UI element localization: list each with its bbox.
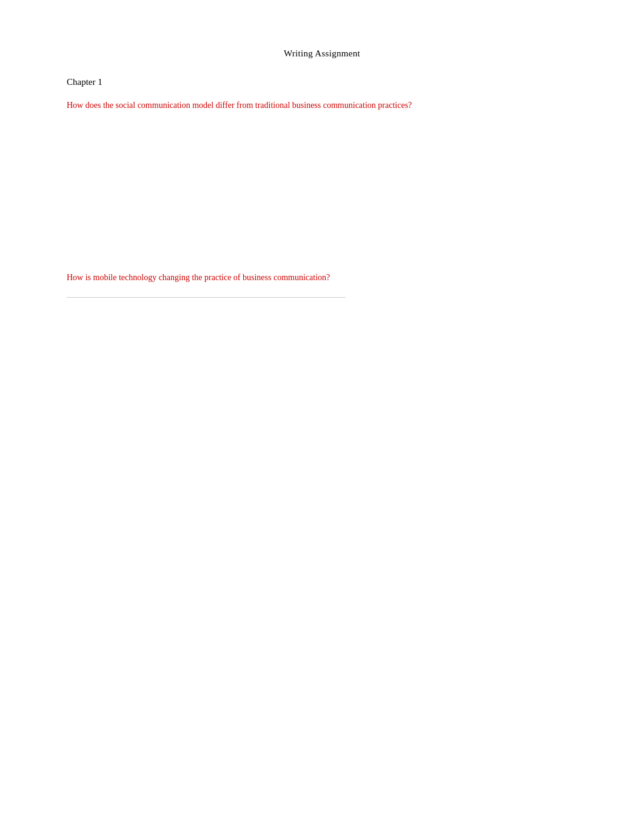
page-title: Writing Assignment [67, 49, 577, 59]
divider-line [67, 297, 346, 298]
document-page: Writing Assignment Chapter 1 How does th… [0, 0, 644, 835]
question-2: How is mobile technology changing the pr… [67, 270, 577, 285]
chapter-heading: Chapter 1 [67, 77, 577, 87]
question-1: How does the social communication model … [67, 98, 577, 113]
